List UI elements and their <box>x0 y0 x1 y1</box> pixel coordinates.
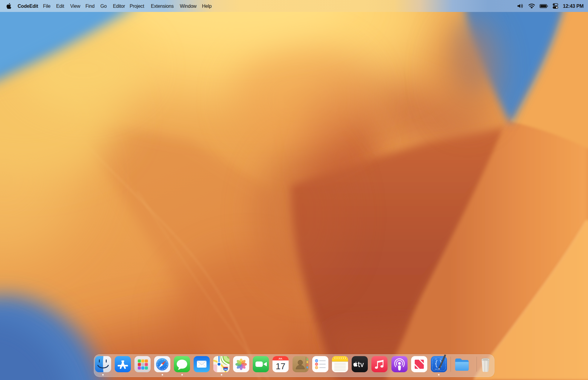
svg-text:JUL: JUL <box>278 357 283 360</box>
svg-text:17: 17 <box>276 361 285 371</box>
svg-text:280: 280 <box>224 369 227 370</box>
